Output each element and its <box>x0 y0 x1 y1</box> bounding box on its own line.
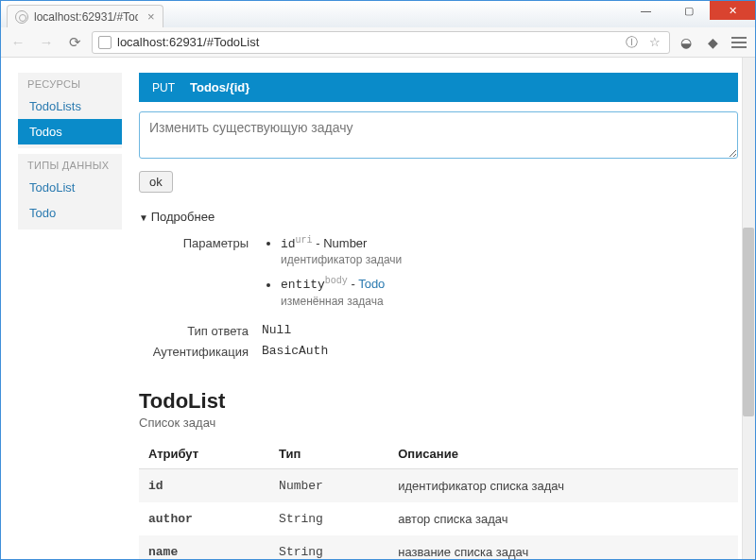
menu-icon[interactable] <box>729 32 749 53</box>
attr-name: author <box>139 502 269 535</box>
ok-button[interactable]: ok <box>139 171 173 193</box>
param-location: body <box>325 276 348 286</box>
page-viewport: РЕСУРСЫ TodoLists Todos ТИПЫ ДАННЫХ Todo… <box>1 58 755 559</box>
tab-title: localhost:62931/#TodoLis <box>34 10 138 24</box>
sidebar-item-todos[interactable]: Todos <box>18 119 122 144</box>
auth-value: BasicAuth <box>262 344 738 358</box>
endpoint-path: Todos/{id} <box>190 80 249 94</box>
sidebar-item-label: Todos <box>18 119 122 144</box>
sidebar-item-label: Todo <box>18 200 122 226</box>
dash: - <box>348 278 358 292</box>
browser-window: localhost:62931/#TodoLis × — ▢ ✕ ← → ⟳ Ⓘ… <box>0 0 756 560</box>
scrollbar[interactable] <box>742 58 755 559</box>
response-type-value: Null <box>262 323 738 337</box>
sidebar-item-todolist-type[interactable]: TodoList <box>18 175 122 200</box>
main-content: PUT Todos/{id} ok Подробнее Параметры <box>139 73 738 559</box>
params-label: Параметры <box>139 235 262 250</box>
details-label: Подробнее <box>151 210 215 224</box>
minimize-button[interactable]: — <box>625 1 667 20</box>
param-item: entitybody - Todo изменённая задача <box>281 276 738 307</box>
browser-titlebar: localhost:62931/#TodoLis × — ▢ ✕ <box>1 1 755 27</box>
reload-button[interactable]: ⟳ <box>63 31 86 54</box>
bookmark-icon[interactable]: ☆ <box>646 35 663 49</box>
forward-button[interactable]: → <box>35 31 58 54</box>
response-type-label: Тип ответа <box>139 323 262 338</box>
url-input[interactable] <box>117 35 617 49</box>
attr-desc: название списка задач <box>388 535 738 559</box>
sidebar-item-label: TodoLists <box>18 93 122 119</box>
text-cursor-icon[interactable]: Ⓘ <box>623 34 641 51</box>
window-controls: — ▢ ✕ <box>625 1 755 20</box>
attr-name: name <box>139 535 269 559</box>
page-icon <box>98 36 112 49</box>
browser-toolbar: ← → ⟳ Ⓘ ☆ ◒ ◆ <box>1 27 755 58</box>
attr-type: Number <box>269 468 388 502</box>
attr-desc: идентификатор списка задач <box>388 468 738 502</box>
scroll-thumb[interactable] <box>743 228 754 416</box>
sidebar-section-types: ТИПЫ ДАННЫХ <box>18 154 122 175</box>
table-row: author String автор списка задач <box>139 502 738 535</box>
type-section-todolist: TodoList Список задач Атрибут Тип Описан… <box>139 389 738 559</box>
evernote-icon[interactable]: ◆ <box>702 32 723 53</box>
auth-label: Аутентификация <box>139 344 262 359</box>
sidebar: РЕСУРСЫ TodoLists Todos ТИПЫ ДАННЫХ Todo… <box>18 73 122 559</box>
details-section: Подробнее Параметры iduri - Number идент… <box>139 210 738 359</box>
description-input[interactable] <box>139 111 738 159</box>
param-type: Number <box>323 236 367 250</box>
param-item: iduri - Number идентификатор задачи <box>281 235 738 266</box>
details-toggle[interactable]: Подробнее <box>139 210 738 224</box>
param-name: id <box>281 237 296 251</box>
sidebar-section-resources: РЕСУРСЫ <box>18 73 122 93</box>
sidebar-item-todo-type[interactable]: Todo <box>18 200 122 226</box>
type-subtitle: Список задач <box>139 416 738 430</box>
param-type-link[interactable]: Todo <box>358 278 385 292</box>
attr-type: String <box>269 535 388 559</box>
browser-tab[interactable]: localhost:62931/#TodoLis × <box>7 5 163 27</box>
attr-name: id <box>139 468 269 502</box>
endpoint-header: PUT Todos/{id} <box>139 73 738 102</box>
col-desc: Описание <box>388 439 738 469</box>
address-bar[interactable]: Ⓘ ☆ <box>92 31 670 54</box>
close-icon[interactable]: × <box>147 9 155 24</box>
maximize-button[interactable]: ▢ <box>667 1 710 20</box>
close-button[interactable]: ✕ <box>710 1 755 20</box>
http-verb: PUT <box>152 81 175 94</box>
col-type: Тип <box>269 439 388 469</box>
table-row: name String название списка задач <box>139 535 738 559</box>
param-desc: идентификатор задачи <box>281 253 738 266</box>
param-location: uri <box>296 235 313 246</box>
back-button[interactable]: ← <box>7 31 29 54</box>
col-attr: Атрибут <box>139 439 269 469</box>
sidebar-item-label: TodoList <box>18 175 122 200</box>
table-row: id Number идентификатор списка задач <box>139 468 738 502</box>
dash: - <box>313 236 324 250</box>
type-title: TodoList <box>139 389 738 414</box>
pocket-icon[interactable]: ◒ <box>676 32 696 53</box>
attributes-table: Атрибут Тип Описание id Number идентифик… <box>139 439 738 559</box>
param-desc: изменённая задача <box>281 295 738 308</box>
sidebar-item-todolists[interactable]: TodoLists <box>18 93 122 119</box>
attr-type: String <box>269 502 388 535</box>
attr-desc: автор списка задач <box>388 502 738 535</box>
param-name: entity <box>281 279 325 293</box>
globe-icon <box>15 10 28 24</box>
